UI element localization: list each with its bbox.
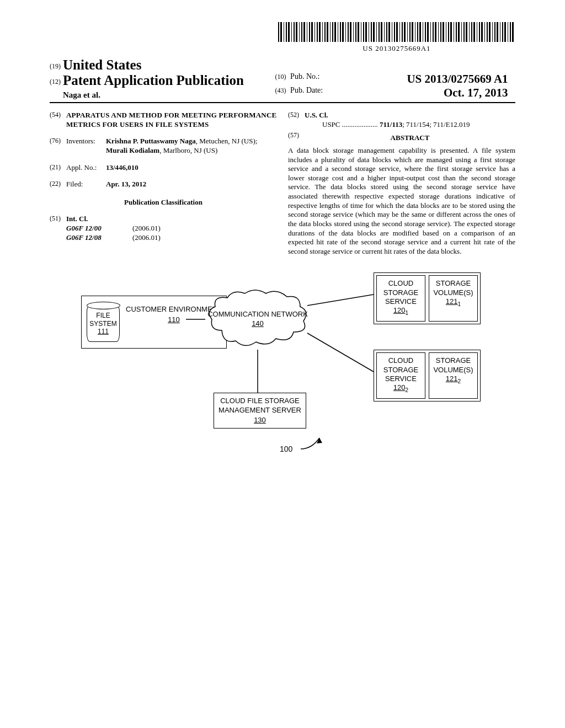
intcl-ver-2: (2006.01) <box>132 233 161 243</box>
inventor-loc-1: , Metuchen, NJ (US); <box>196 137 258 145</box>
uscl-field: (52) U.S. Cl. USPC .................... … <box>288 111 515 129</box>
barcode-icon <box>278 22 515 42</box>
fig-sv1-label: STORAGE VOLUME(S) <box>433 279 473 296</box>
fig-sv1: STORAGE VOLUME(S) 1211 <box>429 275 478 322</box>
fig-css2-group: CLOUD STORAGE SERVICE 1202 STORAGE VOLUM… <box>374 350 481 402</box>
filed-value: Apr. 13, 2012 <box>106 180 277 189</box>
intcl-class-1: G06F 12/00 <box>66 224 132 233</box>
pubno-value: US 2013/0275669 A1 <box>407 72 508 86</box>
document-header: (19)United States (12)Patent Application… <box>50 57 515 103</box>
fig-sv1-ref: 121 <box>446 297 458 306</box>
fig-comm-network-label-block: COMMUNICATION NETWORK 140 <box>205 310 310 328</box>
abstract-text: A data block storage management capabili… <box>288 146 515 256</box>
fig-css1-ref: 120 <box>393 306 406 314</box>
intcl-row: G06F 12/08 (2006.01) <box>66 233 277 243</box>
uspc-dots: .................... <box>342 120 380 129</box>
fig-css1-group: CLOUD STORAGE SERVICE 1201 STORAGE VOLUM… <box>374 272 481 324</box>
abstract-heading: ABSTRACT <box>305 133 515 143</box>
content-columns: (54) APPARATUS AND METHOD FOR MEETING PE… <box>50 111 515 256</box>
pub-classification-heading: Publication Classification <box>50 198 277 207</box>
abstract-code: (57) <box>288 131 305 145</box>
fig-comm-network-ref: 140 <box>252 319 264 328</box>
fig-overall-ref: 100 <box>280 445 292 453</box>
pub-type: Patent Application Publication <box>63 73 244 88</box>
inventor-name-1: Krishna P. Puttaswamy Naga <box>106 137 196 145</box>
applno-code: (21) <box>50 163 66 173</box>
fig-css2: CLOUD STORAGE SERVICE 1202 <box>376 352 425 399</box>
intcl-ver-1: (2006.01) <box>132 224 161 233</box>
fig-mgmt-server-label: CLOUD FILE STORAGE MANAGEMENT SERVER <box>218 397 301 414</box>
uspc-row: USPC .................... 711/113; 711/1… <box>305 120 515 130</box>
svg-line-1 <box>307 295 374 306</box>
uspc-rest: ; 711/154; 711/E12.019 <box>402 120 470 129</box>
inventor-name-2: Murali Kodialam <box>106 146 159 154</box>
pub-number-line: (10) Pub. No.: US 2013/0275669 A1 <box>275 72 508 81</box>
pub-type-code: (12) <box>50 78 61 85</box>
fig-css1-sub: 1 <box>406 310 409 316</box>
fig-css2-ref: 120 <box>393 383 406 392</box>
fig-css1: CLOUD STORAGE SERVICE 1201 <box>376 275 425 322</box>
fig-file-system-ref: 111 <box>98 328 109 335</box>
svg-line-2 <box>307 333 374 372</box>
fig-comm-network-label: COMMUNICATION NETWORK <box>207 310 308 318</box>
fig-customer-env-ref: 110 <box>168 315 180 324</box>
fig-mgmt-server-ref: 130 <box>254 416 266 425</box>
pubno-label: Pub. No.: <box>290 72 319 81</box>
inventors-value: Krishna P. Puttaswamy Naga, Metuchen, NJ… <box>106 137 277 155</box>
right-column: (52) U.S. Cl. USPC .................... … <box>288 111 515 256</box>
pubno-code: (10) <box>275 73 286 81</box>
fig-css2-label: CLOUD STORAGE SERVICE <box>383 356 418 383</box>
intcl-field: (51) Int. Cl. G06F 12/00 (2006.01) G06F … <box>50 215 277 242</box>
left-column: (54) APPARATUS AND METHOD FOR MEETING PE… <box>50 111 277 256</box>
uspc-lead: 711/113 <box>380 120 402 129</box>
applno-value: 13/446,010 <box>106 163 277 173</box>
abstract-field: (57) ABSTRACT <box>288 131 515 145</box>
intcl-label: Int. Cl. <box>66 215 277 224</box>
filed-field: (22) Filed: Apr. 13, 2012 <box>50 180 277 189</box>
fig-sv2: STORAGE VOLUME(S) 1212 <box>429 352 478 399</box>
fig-sv2-label: STORAGE VOLUME(S) <box>433 356 473 373</box>
fig-sv2-sub: 2 <box>458 378 461 384</box>
inventor-loc-2: , Marlboro, NJ (US) <box>159 146 217 154</box>
title-field: (54) APPARATUS AND METHOD FOR MEETING PE… <box>50 111 277 129</box>
fig-sv1-sub: 1 <box>458 301 461 307</box>
header-left: (19)United States (12)Patent Application… <box>50 57 273 100</box>
publication-type-line: (12)Patent Application Publication <box>50 73 273 88</box>
pub-date-line: (43) Pub. Date: Oct. 17, 2013 <box>275 86 508 95</box>
pubdate-label: Pub. Date: <box>290 86 323 94</box>
inventors-code: (76) <box>50 137 66 155</box>
patent-page: US 20130275669A1 (19)United States (12)P… <box>0 0 565 471</box>
fig-mgmt-server: CLOUD FILE STORAGE MANAGEMENT SERVER 130 <box>214 393 306 429</box>
patent-figure: FILE SYSTEM 111 CUSTOMER ENVIRONMENT 110… <box>81 272 484 471</box>
uspc-label: USPC <box>322 120 340 129</box>
intcl-class-2: G06F 12/08 <box>66 233 132 243</box>
svg-marker-4 <box>317 438 322 443</box>
title-text: APPARATUS AND METHOD FOR MEETING PERFORM… <box>66 111 277 129</box>
pubdate-code: (43) <box>275 87 286 94</box>
fig-file-system-label: FILE SYSTEM <box>89 312 116 327</box>
country-line: (19)United States <box>50 57 273 73</box>
inventors-label: Inventors: <box>66 137 106 155</box>
pubdate-value: Oct. 17, 2013 <box>444 86 508 100</box>
fig-comm-network: COMMUNICATION NETWORK 140 <box>205 289 310 350</box>
filed-code: (22) <box>50 180 66 189</box>
intcl-code: (51) <box>50 215 66 242</box>
barcode-area: US 20130275669A1 <box>50 22 515 53</box>
fig-css1-label: CLOUD STORAGE SERVICE <box>383 279 418 306</box>
country-code: (19) <box>50 62 61 70</box>
inventors-field: (76) Inventors: Krishna P. Puttaswamy Na… <box>50 137 277 155</box>
applno-field: (21) Appl. No.: 13/446,010 <box>50 163 277 173</box>
uscl-code: (52) <box>288 111 305 129</box>
header-right: (10) Pub. No.: US 2013/0275669 A1 (43) P… <box>275 72 508 100</box>
intcl-row: G06F 12/00 (2006.01) <box>66 224 277 233</box>
barcode-text: US 20130275669A1 <box>278 44 515 53</box>
title-code: (54) <box>50 111 66 129</box>
country-name: United States <box>63 57 141 72</box>
filed-label: Filed: <box>66 180 106 189</box>
fig-css2-sub: 2 <box>406 387 409 393</box>
fig-file-system: FILE SYSTEM 111 <box>87 304 120 342</box>
fig-sv2-ref: 121 <box>446 374 458 383</box>
uscl-label: U.S. Cl. <box>305 111 515 120</box>
authors-line: Naga et al. <box>50 90 273 100</box>
applno-label: Appl. No.: <box>66 163 106 173</box>
